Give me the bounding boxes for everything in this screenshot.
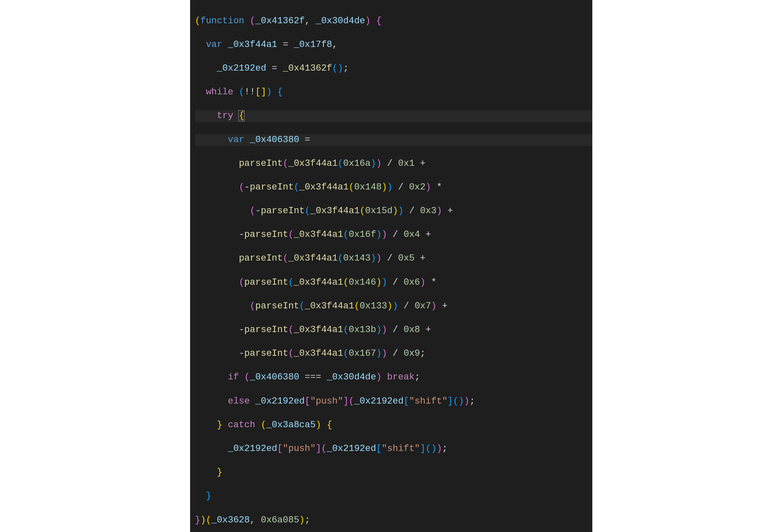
code-line: -parseInt(_0x3f44a1(0x16f)) / 0x4 + [195,229,592,241]
code-line: -parseInt(_0x3f44a1(0x13b)) / 0x8 + [195,324,592,336]
code-line-highlighted: try { [195,110,592,122]
code-line: while (!![]) { [195,86,592,99]
code-line: (-parseInt(_0x3f44a1(0x148)) / 0x2) * [195,182,592,194]
code-line: _0x2192ed = _0x41362f(); [195,63,592,75]
code-line: -parseInt(_0x3f44a1(0x167)) / 0x9; [195,348,592,360]
code-line: })(_0x3628, 0x6a085); [195,515,592,527]
code-line: (-parseInt(_0x3f44a1(0x15d)) / 0x3) + [195,205,592,217]
code-line: } [195,490,592,502]
code-editor[interactable]: (function (_0x41362f, _0x30d4de) { var _… [190,0,592,532]
code-line: } catch (_0x3a8ca5) { [195,419,592,431]
code-line: else _0x2192ed["push"](_0x2192ed["shift"… [195,396,592,408]
code-line-highlighted: var _0x406380 = [195,134,592,146]
code-line: parseInt(_0x3f44a1(0x16a)) / 0x1 + [195,158,592,170]
code-line: if (_0x406380 === _0x30d4de) break; [195,372,592,384]
code-line: _0x2192ed["push"](_0x2192ed["shift"]()); [195,443,592,455]
code-line: parseInt(_0x3f44a1(0x143)) / 0x5 + [195,253,592,265]
code-line: (function (_0x41362f, _0x30d4de) { [195,15,592,27]
code-line: var _0x3f44a1 = _0x17f8, [195,39,592,51]
code-line: } [195,467,592,479]
code-line: (parseInt(_0x3f44a1(0x146)) / 0x6) * [195,277,592,289]
code-line: (parseInt(_0x3f44a1(0x133)) / 0x7) + [195,300,592,313]
